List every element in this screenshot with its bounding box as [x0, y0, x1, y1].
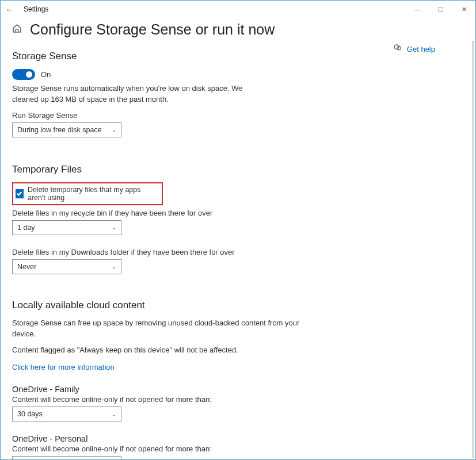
chevron-down-icon: ⌄	[112, 224, 116, 231]
cloud-heading: Locally available cloud content	[12, 300, 464, 311]
window-title: Settings	[17, 5, 406, 13]
run-storage-sense-select[interactable]: During low free disk space ⌄	[12, 122, 121, 137]
onedrive-family-heading: OneDrive - Family	[12, 385, 464, 394]
chevron-down-icon: ⌄	[112, 263, 116, 270]
onedrive-personal-desc: Content will become online-only if not o…	[12, 444, 464, 453]
content-area: Configure Storage Sense or run it now Ge…	[1, 18, 475, 459]
cloud-desc-2: Content flagged as "Always keep on this …	[12, 345, 248, 356]
storage-sense-section: Storage Sense On Storage Sense runs auto…	[12, 51, 464, 137]
cloud-content-section: Locally available cloud content Storage …	[12, 300, 464, 459]
get-help[interactable]: Get help	[393, 43, 435, 54]
delete-temp-files-checkbox[interactable]	[16, 189, 24, 198]
svg-point-0	[394, 45, 399, 49]
temporary-files-heading: Temporary Files	[12, 164, 464, 175]
onedrive-personal-heading: OneDrive - Personal	[12, 434, 464, 443]
close-button[interactable]: ✕	[452, 1, 475, 18]
get-help-link[interactable]: Get help	[407, 45, 435, 53]
recycle-bin-value: 1 day	[17, 224, 35, 232]
chevron-down-icon: ⌄	[112, 126, 116, 133]
onedrive-family-select[interactable]: 30 days ⌄	[12, 407, 121, 421]
onedrive-family-desc: Content will become online-only if not o…	[12, 395, 464, 404]
toggle-state-label: On	[41, 70, 51, 79]
delete-temp-files-checkbox-highlight: Delete temporary files that my apps aren…	[12, 182, 163, 205]
run-storage-sense-value: During low free disk space	[17, 126, 102, 134]
page-title: Configure Storage Sense or run it now	[30, 21, 275, 38]
help-icon	[393, 43, 402, 54]
downloads-select[interactable]: Never ⌄	[12, 259, 121, 274]
page-header: Configure Storage Sense or run it now	[12, 21, 464, 38]
recycle-bin-select[interactable]: 1 day ⌄	[12, 220, 121, 235]
titlebar: ← Settings — ☐ ✕	[1, 1, 475, 18]
storage-sense-desc: Storage Sense runs automatically when yo…	[12, 83, 248, 105]
chevron-down-icon: ⌄	[112, 411, 116, 417]
recycle-bin-label: Delete files in my recycle bin if they h…	[12, 209, 464, 217]
minimize-button[interactable]: —	[406, 1, 429, 18]
temporary-files-section: Temporary Files Delete temporary files t…	[12, 164, 464, 274]
downloads-value: Never	[17, 263, 36, 271]
run-storage-sense-label: Run Storage Sense	[12, 111, 464, 120]
onedrive-personal-select[interactable]: 30 days ⌄	[12, 456, 121, 459]
cloud-more-info-link[interactable]: Click here for more information	[12, 363, 115, 371]
scrollbar[interactable]	[472, 41, 474, 458]
maximize-button[interactable]: ☐	[429, 1, 452, 18]
storage-sense-toggle[interactable]	[12, 69, 35, 80]
delete-temp-files-label: Delete temporary files that my apps aren…	[28, 186, 159, 202]
home-icon[interactable]	[12, 24, 22, 36]
back-button[interactable]: ←	[5, 5, 17, 14]
cloud-desc-1: Storage Sense can free up space by remov…	[12, 318, 311, 340]
downloads-label: Delete files in my Downloads folder if t…	[12, 248, 464, 256]
onedrive-family-value: 30 days	[17, 410, 43, 418]
